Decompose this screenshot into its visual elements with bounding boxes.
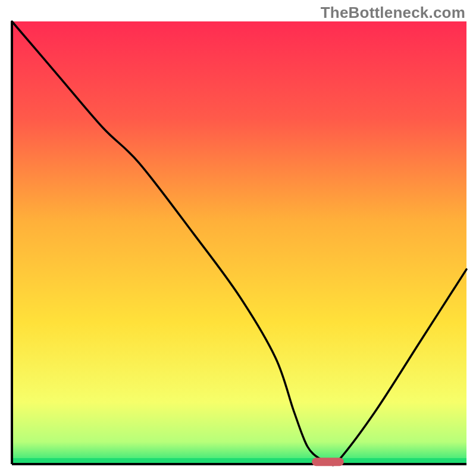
optimum-marker xyxy=(312,458,343,466)
bottleneck-chart xyxy=(0,0,476,476)
watermark-text: TheBottleneck.com xyxy=(321,4,465,22)
plot-background xyxy=(12,21,466,464)
